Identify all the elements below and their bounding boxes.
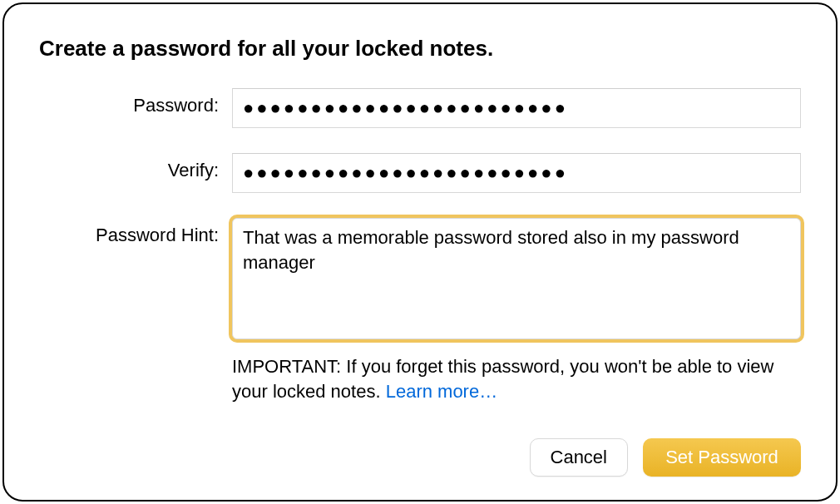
important-text: IMPORTANT: If you forget this password, … xyxy=(232,354,801,403)
password-input[interactable] xyxy=(232,88,801,128)
learn-more-link[interactable]: Learn more… xyxy=(386,381,498,402)
verify-label: Verify: xyxy=(39,153,232,181)
hint-textarea[interactable] xyxy=(232,218,801,339)
password-row: Password: xyxy=(39,88,801,128)
verify-input[interactable] xyxy=(232,153,801,193)
dialog-title: Create a password for all your locked no… xyxy=(39,36,801,62)
hint-row: Password Hint: xyxy=(39,218,801,343)
password-dialog: Create a password for all your locked no… xyxy=(2,2,838,502)
cancel-button[interactable]: Cancel xyxy=(530,438,628,477)
set-password-button[interactable]: Set Password xyxy=(643,438,801,477)
important-row: IMPORTANT: If you forget this password, … xyxy=(39,354,801,403)
important-message: IMPORTANT: If you forget this password, … xyxy=(232,356,773,402)
password-label: Password: xyxy=(39,88,232,116)
hint-label: Password Hint: xyxy=(39,218,232,246)
verify-row: Verify: xyxy=(39,153,801,193)
button-row: Cancel Set Password xyxy=(530,438,801,477)
